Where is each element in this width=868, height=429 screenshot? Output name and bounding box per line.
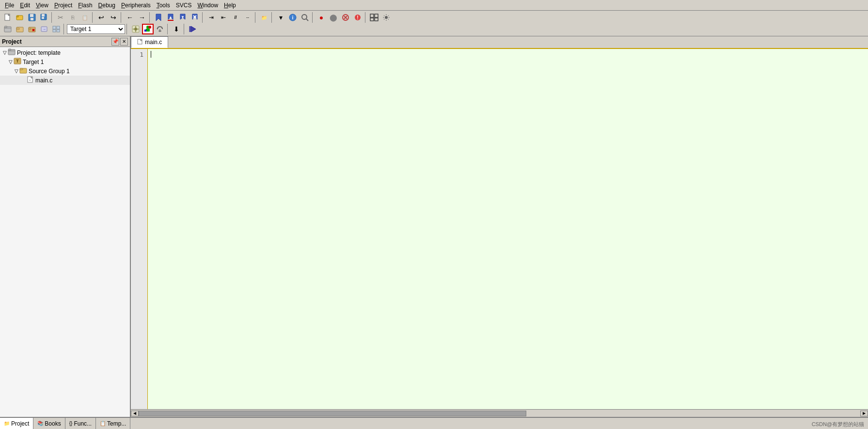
download-btn[interactable]: ⬇ (171, 24, 182, 34)
project-panel: Project 📌 ✕ ▽ Project: template ▽ (0, 36, 131, 417)
svg-rect-55 (144, 30, 146, 32)
paste-btn[interactable]: 📋 (79, 12, 91, 23)
bottom-tabs: 📁 Project 📚 Books {} Func... 📋 Temp... (0, 418, 868, 429)
cut-btn[interactable]: ✂ (55, 12, 66, 23)
tree-item-target1[interactable]: ▽ T Target 1 (0, 57, 130, 66)
bottom-tab-functions[interactable]: {} Func... (65, 418, 96, 429)
expand-project[interactable]: ▽ (2, 50, 8, 55)
main-c-icon: c (27, 76, 34, 84)
copy-btn[interactable]: ⎘ (67, 12, 79, 23)
tree-item-main-c[interactable]: c main.c (0, 76, 130, 85)
view-mode-btn[interactable] (368, 12, 380, 23)
source-group-icon (19, 67, 27, 75)
new-file-btn[interactable] (2, 12, 14, 23)
open-file-btn[interactable] (14, 12, 26, 23)
svg-rect-33 (5, 26, 7, 28)
svg-rect-27 (375, 14, 378, 17)
bookmark-btn[interactable] (153, 12, 164, 23)
save-all-btn[interactable] (38, 12, 50, 23)
menu-debug[interactable]: Debug (95, 1, 118, 10)
pin-btn[interactable]: 📌 (111, 38, 119, 46)
file-ext-btn[interactable]: 📁 (258, 12, 270, 23)
watermark: CSDN@有梦想的站猫 (812, 421, 864, 428)
menu-window[interactable]: Window (194, 1, 221, 10)
bottom-tab-books[interactable]: 📚 Books (33, 418, 65, 429)
svg-rect-37 (29, 28, 31, 30)
new-uvision-btn[interactable] (2, 24, 14, 34)
svg-text:!: ! (357, 15, 358, 20)
bottom-tab-project[interactable]: 📁 Project (0, 418, 33, 429)
search-btn[interactable] (299, 12, 311, 23)
nav-back-btn[interactable]: ← (124, 12, 136, 23)
svg-rect-43 (57, 26, 60, 29)
menu-project[interactable]: Project (51, 1, 75, 10)
menu-edit[interactable]: Edit (17, 1, 33, 10)
clear-bookmark-btn[interactable] (189, 12, 201, 23)
menu-svcs[interactable]: SVCS (173, 1, 195, 10)
code-area[interactable] (148, 49, 868, 409)
scroll-left-arrow[interactable]: ◀ (131, 411, 139, 416)
indent-btn[interactable]: ⇥ (205, 12, 217, 23)
sep11 (167, 24, 169, 34)
menu-tools[interactable]: Tools (154, 1, 173, 10)
scrollbar-thumb[interactable] (139, 411, 526, 416)
tab-main-c[interactable]: main.c (131, 36, 168, 48)
sep2 (92, 12, 94, 23)
close-panel-btn[interactable]: ✕ (120, 38, 128, 46)
expand-target1[interactable]: ▽ (8, 59, 14, 64)
bottom-tab-templates[interactable]: 📋 Temp... (96, 418, 130, 429)
next-bookmark-btn[interactable]: ▼ (177, 12, 189, 23)
scrollbar-track[interactable] (139, 411, 860, 416)
debug-stop-btn[interactable]: ⬤ (328, 12, 339, 23)
menu-peripherals[interactable]: Peripherals (118, 1, 154, 10)
prev-bookmark-btn[interactable]: ▲ (165, 12, 176, 23)
menu-view[interactable]: View (33, 1, 51, 10)
undo-btn[interactable]: ↩ (95, 12, 107, 23)
svg-point-30 (385, 16, 388, 19)
tab-main-c-icon (137, 39, 143, 46)
settings-btn[interactable] (380, 12, 392, 23)
debug-attach-btn[interactable]: ! (352, 12, 363, 23)
info-btn[interactable]: i (287, 12, 299, 23)
unindent-btn[interactable]: ⇤ (218, 12, 229, 23)
debug-run-btn[interactable]: ● (316, 12, 327, 23)
toolbar-area: ✂ ⎘ 📋 ↩ ↪ ← → ▲ ▼ ⇥ ⇤ // -- 📁 ▾ i (0, 11, 868, 36)
dropdown-arrow-btn[interactable]: ▾ (275, 12, 286, 23)
close-project-btn[interactable] (26, 24, 38, 34)
menu-flash[interactable]: Flash (75, 1, 95, 10)
svg-point-47 (134, 28, 137, 31)
export-btn[interactable]: → (38, 24, 50, 34)
uncomment-btn[interactable]: -- (242, 12, 253, 23)
target-select[interactable]: Target 1 (67, 24, 125, 34)
menu-file[interactable]: File (2, 1, 17, 10)
horizontal-scrollbar[interactable]: ◀ ▶ (131, 409, 868, 417)
batch-btn[interactable] (50, 24, 62, 34)
rebuild-btn[interactable] (154, 24, 166, 34)
svg-rect-42 (53, 26, 56, 29)
build-target-btn[interactable] (142, 24, 154, 34)
target-options-btn[interactable] (130, 24, 142, 34)
sep1 (51, 12, 53, 23)
svg-rect-44 (53, 30, 56, 32)
scroll-right-arrow[interactable]: ▶ (860, 411, 868, 416)
project-header: Project 📌 ✕ (0, 36, 130, 47)
code-line-1[interactable] (151, 50, 865, 59)
nav-fwd-btn[interactable]: → (136, 12, 148, 23)
open-project-btn[interactable] (14, 24, 26, 34)
svg-text:→: → (42, 27, 46, 32)
comment-btn[interactable]: // (230, 12, 241, 23)
menu-help[interactable]: Help (221, 1, 239, 10)
save-btn[interactable] (26, 12, 38, 23)
text-cursor (151, 51, 151, 58)
editor-content[interactable]: 1 (131, 49, 868, 409)
expand-source-group[interactable]: ▽ (14, 68, 19, 74)
svg-rect-28 (370, 18, 374, 21)
bottom-area: 📁 Project 📚 Books {} Func... 📋 Temp... (0, 417, 868, 429)
redo-btn[interactable]: ↪ (108, 12, 119, 23)
svg-rect-6 (31, 18, 33, 20)
tree-item-project-root[interactable]: ▽ Project: template (0, 48, 130, 57)
debug-reset-btn[interactable] (340, 12, 351, 23)
start-debug-btn[interactable] (187, 24, 199, 34)
tree-item-source-group[interactable]: ▽ Source Group 1 (0, 66, 130, 76)
project-tab-icon: 📁 (4, 421, 10, 426)
